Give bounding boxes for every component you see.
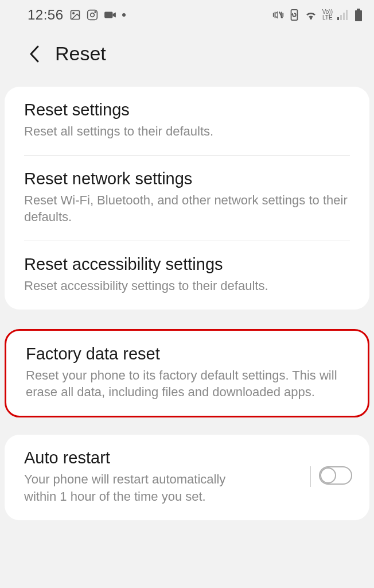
battery-icon [354, 9, 363, 21]
svg-point-6 [122, 13, 126, 17]
item-title: Auto restart [24, 448, 299, 467]
svg-rect-13 [357, 9, 360, 10]
item-desc: Reset Wi-Fi, Bluetooth, and other networ… [24, 192, 350, 226]
status-left: 12:56 [28, 7, 126, 23]
svg-rect-9 [337, 17, 339, 20]
refresh-icon [289, 9, 299, 21]
auto-restart-toggle[interactable] [319, 466, 352, 487]
item-title: Factory data reset [26, 345, 348, 363]
reset-accessibility-settings-item[interactable]: Reset accessibility settings Reset acces… [5, 241, 369, 310]
dot-icon [122, 13, 126, 17]
page-header: Reset [0, 28, 374, 87]
factory-data-reset-card: Factory data reset Reset your phone to i… [5, 329, 369, 417]
reset-options-card: Reset settings Reset all settings to the… [5, 87, 369, 310]
item-desc: Reset accessibility settings to their de… [24, 277, 350, 295]
auto-restart-item[interactable]: Auto restart Your phone will restart aut… [5, 435, 369, 520]
svg-point-1 [72, 13, 73, 14]
volte-icon: Vo))LTE [322, 9, 333, 21]
svg-rect-12 [346, 10, 348, 20]
vibrate-icon [272, 9, 285, 21]
svg-rect-14 [355, 10, 362, 21]
instagram-icon [87, 9, 98, 21]
reset-network-settings-item[interactable]: Reset network settings Reset Wi-Fi, Blue… [5, 156, 369, 241]
auto-restart-card: Auto restart Your phone will restart aut… [5, 435, 369, 520]
item-title: Reset accessibility settings [24, 255, 350, 274]
status-bar: 12:56 Vo))LTE [0, 0, 374, 28]
page-title: Reset [55, 42, 106, 65]
back-icon[interactable] [28, 44, 41, 64]
svg-point-16 [321, 468, 336, 483]
svg-rect-10 [340, 15, 342, 20]
status-right: Vo))LTE [272, 9, 363, 21]
status-time: 12:56 [28, 7, 64, 23]
camera-icon [104, 10, 116, 20]
item-title: Reset network settings [24, 169, 350, 188]
item-desc: Reset all settings to their defaults. [24, 123, 350, 140]
wifi-icon [304, 9, 318, 21]
item-title: Reset settings [24, 100, 350, 119]
signal-icon [337, 10, 350, 20]
image-icon [69, 9, 81, 21]
divider [310, 466, 311, 487]
svg-rect-5 [104, 12, 112, 18]
reset-settings-item[interactable]: Reset settings Reset all settings to the… [5, 87, 369, 155]
svg-rect-11 [343, 13, 345, 20]
factory-data-reset-item[interactable]: Factory data reset Reset your phone to i… [6, 331, 368, 416]
svg-point-4 [95, 11, 96, 13]
item-desc: Your phone will restart automatically wi… [24, 471, 254, 505]
svg-point-3 [90, 13, 94, 17]
item-desc: Reset your phone to its factory default … [26, 367, 348, 401]
